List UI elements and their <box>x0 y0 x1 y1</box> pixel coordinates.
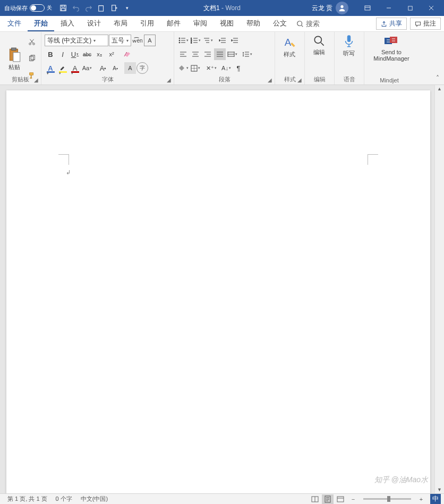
italic-button[interactable]: I <box>57 48 69 60</box>
tab-help[interactable]: 帮助 <box>240 16 267 31</box>
svg-point-19 <box>179 42 180 43</box>
clear-formatting-button[interactable]: A <box>122 48 133 60</box>
line-spacing-button[interactable] <box>241 48 253 60</box>
comment-icon <box>415 21 421 27</box>
zoom-out-button[interactable]: − <box>347 494 359 504</box>
status-page[interactable]: 第 1 页, 共 1 页 <box>3 495 52 503</box>
status-word-count[interactable]: 0 个字 <box>52 495 76 503</box>
undo-button[interactable] <box>70 2 82 14</box>
sort-button[interactable]: A↓ <box>220 62 232 74</box>
tab-insert[interactable]: 插入 <box>54 16 81 31</box>
bullets-button[interactable] <box>177 35 189 46</box>
mindjet-group-label: Mindjet <box>364 77 414 83</box>
comments-button[interactable]: 批注 <box>410 18 441 30</box>
increase-indent-button[interactable] <box>229 35 241 46</box>
numbering-button[interactable]: 123 <box>190 35 201 46</box>
font-dialog-launcher[interactable]: ◢ <box>166 77 172 83</box>
view-read-mode-button[interactable] <box>309 494 321 504</box>
clipboard-icon <box>7 47 22 63</box>
clipboard-dialog-launcher[interactable]: ◢ <box>33 77 39 83</box>
svg-rect-3 <box>99 6 104 12</box>
save-button[interactable] <box>57 2 69 14</box>
mindjet-line2: MindManager <box>373 55 409 62</box>
styles-button[interactable]: A 样式 <box>278 34 301 57</box>
highlight-button[interactable] <box>57 62 69 74</box>
tab-office[interactable]: 公文 <box>267 16 293 31</box>
borders-button[interactable] <box>190 62 201 74</box>
change-case-button[interactable]: Aa <box>81 62 93 74</box>
subscript-button[interactable]: x₂ <box>93 48 105 60</box>
maximize-button[interactable] <box>399 0 421 16</box>
shading-button[interactable] <box>177 62 189 74</box>
tab-design[interactable]: 设计 <box>81 16 107 31</box>
autosave-label: 自动保存 <box>4 4 28 12</box>
collapse-ribbon-button[interactable]: ˄ <box>433 74 442 82</box>
grow-font-button[interactable]: A▴ <box>97 62 109 74</box>
show-marks-button[interactable]: ¶ <box>233 62 244 74</box>
vertical-scrollbar[interactable] <box>434 85 444 493</box>
dictate-button[interactable]: 听写 <box>338 34 360 56</box>
font-name-combo[interactable]: 等线 (中文正文) <box>45 35 108 46</box>
copy-button[interactable] <box>26 53 38 64</box>
char-shading-button[interactable]: 字 <box>136 62 148 74</box>
tab-file[interactable]: 文件 <box>1 16 28 31</box>
align-justify-button[interactable] <box>214 48 226 60</box>
doc-name: 文档1 <box>203 4 220 12</box>
user-avatar-icon[interactable] <box>336 2 348 14</box>
share-button[interactable]: 共享 <box>376 18 407 30</box>
multilevel-list-button[interactable] <box>202 35 214 46</box>
decrease-indent-button[interactable] <box>217 35 228 46</box>
watermark: 知乎 @油Mao水 <box>374 475 428 485</box>
qat-btn-5[interactable] <box>108 2 120 14</box>
document-area[interactable]: ↲ 知乎 @油Mao水 <box>0 85 444 493</box>
phonetic-guide-button[interactable]: w͡en <box>132 35 143 46</box>
superscript-button[interactable]: x² <box>106 48 117 60</box>
tab-home[interactable]: 开始 <box>28 16 54 31</box>
zoom-in-button[interactable]: + <box>415 494 427 504</box>
font-size-combo[interactable]: 五号 <box>109 35 131 46</box>
underline-button[interactable]: U <box>69 48 81 60</box>
status-language[interactable]: 中文(中国) <box>76 495 112 503</box>
autosave-toggle[interactable]: 自动保存 关 <box>2 4 54 12</box>
editing-button[interactable]: 编辑 <box>308 34 330 55</box>
enclose-char-button[interactable]: A <box>124 62 136 74</box>
redo-button[interactable] <box>83 2 95 14</box>
strikethrough-button[interactable]: abc <box>81 48 93 60</box>
cut-button[interactable] <box>26 36 38 48</box>
zoom-slider[interactable] <box>363 498 411 500</box>
qat-btn-4[interactable] <box>96 2 107 14</box>
styles-dialog-launcher[interactable]: ◢ <box>296 77 303 83</box>
share-icon <box>381 21 387 27</box>
minimize-button[interactable] <box>378 0 399 16</box>
tab-view[interactable]: 视图 <box>214 16 240 31</box>
view-web-layout-button[interactable] <box>335 494 346 504</box>
tab-review[interactable]: 审阅 <box>187 16 214 31</box>
view-print-layout-button[interactable] <box>322 494 334 504</box>
search-box[interactable]: 搜索 <box>293 16 323 31</box>
paragraph-dialog-launcher[interactable]: ◢ <box>267 77 273 83</box>
align-center-button[interactable] <box>190 48 201 60</box>
user-name[interactable]: 云龙 贡 <box>312 4 332 13</box>
tab-mailings[interactable]: 邮件 <box>160 16 187 31</box>
microphone-icon <box>343 34 355 49</box>
close-button[interactable] <box>421 0 442 16</box>
ribbon-display-button[interactable] <box>357 0 378 16</box>
margin-corner-top-right <box>368 154 378 165</box>
qat-customize[interactable]: ▾ <box>121 2 133 14</box>
page[interactable]: ↲ <box>6 90 430 493</box>
align-right-button[interactable] <box>202 48 214 60</box>
bold-button[interactable]: B <box>45 48 56 60</box>
align-left-button[interactable] <box>177 48 189 60</box>
search-label: 搜索 <box>306 19 320 29</box>
tab-references[interactable]: 引用 <box>134 16 160 31</box>
send-to-mindmanager-button[interactable]: Send toMindManager <box>368 34 415 62</box>
shrink-font-button[interactable]: A▾ <box>109 62 121 74</box>
svg-point-5 <box>340 5 343 8</box>
ime-indicator[interactable]: 中 <box>430 494 441 505</box>
distribute-button[interactable] <box>226 48 238 60</box>
font-color-button[interactable]: A <box>69 62 81 74</box>
char-border-button[interactable]: A <box>144 35 156 46</box>
text-effects-button[interactable]: A <box>45 62 56 74</box>
tab-layout[interactable]: 布局 <box>107 16 134 31</box>
asian-layout-button[interactable]: ✕⁺ <box>206 62 217 74</box>
